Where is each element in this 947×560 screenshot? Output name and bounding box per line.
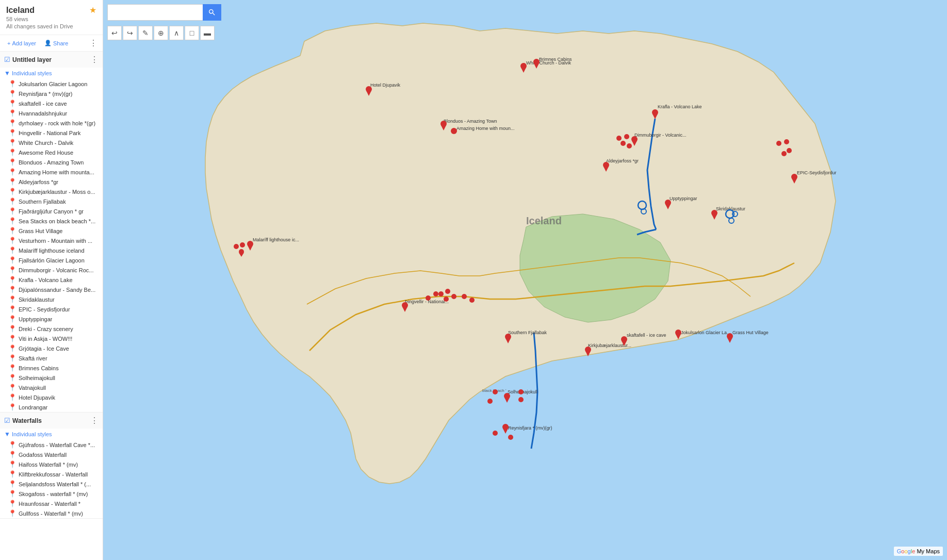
layer-untitled-header[interactable]: ☑ Untitled layer ⋮	[0, 52, 103, 68]
list-item[interactable]: 📍Seljalandsfoss Waterfall * (...	[0, 479, 103, 489]
pin-icon: 📍	[8, 119, 17, 127]
svg-point-88	[518, 389, 524, 394]
list-item[interactable]: 📍Blonduos - Amazing Town	[0, 157, 103, 167]
share-button[interactable]: 👤 Share	[42, 39, 70, 47]
list-item[interactable]: 📍Dreki - Crazy scenery	[0, 324, 103, 334]
pin-icon: 📍	[8, 470, 17, 478]
add-directions-button[interactable]: □	[185, 26, 199, 40]
more-options-icon[interactable]: ⋮	[89, 38, 97, 48]
svg-point-77	[426, 295, 431, 301]
list-item[interactable]: 📍Grass Hut Village	[0, 226, 103, 236]
layer-waterfalls-more-icon[interactable]: ⋮	[90, 416, 99, 425]
list-item[interactable]: 📍Djúpalónssandur - Sandy Be...	[0, 285, 103, 294]
list-item[interactable]: 📍Southern Fjallabak	[0, 196, 103, 206]
list-item[interactable]: 📍EPIC - Seydisfjordur	[0, 304, 103, 314]
pin-icon: 📍	[8, 256, 17, 264]
sidebar: Iceland ★ 58 views All changes saved in …	[0, 0, 103, 560]
filter-icon: ▼	[4, 70, 10, 77]
list-item[interactable]: 📍dyrholaey - rock with hole *(gr)	[0, 118, 103, 128]
list-item[interactable]: 📍Aldeyjarfoss *gr	[0, 177, 103, 187]
list-item[interactable]: 📍Kirkjubæjarklaustur - Moss o...	[0, 187, 103, 196]
add-layer-button[interactable]: + Add layer	[5, 39, 38, 47]
list-item[interactable]: 📍Fjallsárlón Glacier Lagoon	[0, 255, 103, 265]
svg-point-82	[493, 431, 498, 436]
list-item[interactable]: 📍Gullfoss - Waterfall * (mv)	[0, 508, 103, 518]
redo-button[interactable]: ↪	[123, 26, 137, 40]
list-item[interactable]: 📍Amazing Home with mounta...	[0, 167, 103, 177]
svg-point-70	[787, 148, 792, 153]
list-item[interactable]: 📍Skogafoss - waterfall * (mv)	[0, 489, 103, 499]
list-item[interactable]: 📍Vatnajokull	[0, 383, 103, 392]
list-item[interactable]: 📍Reynisfjara * (mv)(gr)	[0, 89, 103, 98]
svg-point-64	[627, 143, 632, 149]
select-tool-button[interactable]: ✎	[138, 26, 153, 40]
pin-icon: 📍	[8, 158, 17, 166]
list-item[interactable]: 📍Gjúfrafoss - Waterfall Cave *...	[0, 440, 103, 450]
pin-icon: 📍	[8, 100, 17, 107]
pin-icon: 📍	[8, 441, 17, 449]
undo-button[interactable]: ↩	[107, 26, 122, 40]
svg-point-90	[493, 389, 498, 394]
list-item[interactable]: 📍Viti in Askja - WOW!!!	[0, 334, 103, 343]
pin-icon: 📍	[8, 188, 17, 195]
pin-icon: 📍	[8, 344, 17, 352]
layer-waterfalls-header[interactable]: ☑ Waterfalls ⋮	[0, 413, 103, 429]
list-item[interactable]: 📍Grjótagia - Ice Cave	[0, 343, 103, 353]
svg-point-83	[508, 435, 513, 440]
list-item[interactable]: 📍Krafla - Volcano Lake	[0, 275, 103, 285]
list-item[interactable]: 📍Hvannadalshnjukur	[0, 108, 103, 118]
list-item[interactable]: 📍Kliftbrekkufossar - Waterfall	[0, 469, 103, 479]
list-item[interactable]: 📍Sea Stacks on black beach *...	[0, 216, 103, 226]
layer-checkbox-waterfalls[interactable]: ☑	[4, 417, 10, 424]
star-icon[interactable]: ★	[89, 5, 96, 15]
list-item[interactable]: 📍Þingvellir - National Park	[0, 128, 103, 138]
search-button[interactable]	[203, 4, 221, 21]
list-item[interactable]: 📍Hraunfossar - Waterfall *	[0, 499, 103, 508]
pin-icon: 📍	[8, 354, 17, 362]
svg-point-89	[518, 397, 524, 402]
google-maps-logo: Google My Maps	[894, 547, 943, 556]
svg-text:skaftafell - ice cave: skaftafell - ice cave	[627, 333, 666, 338]
layer-untitled-more-icon[interactable]: ⋮	[90, 55, 99, 64]
list-item[interactable]: 📍Jokulsarlon Glacier Lagoon	[0, 79, 103, 89]
pin-icon: 📍	[8, 374, 17, 382]
svg-point-87	[469, 298, 475, 303]
list-item[interactable]: 📍Dimmuborgir - Volcanic Roc...	[0, 265, 103, 275]
list-item[interactable]: 📍skaftafell - ice cave	[0, 98, 103, 108]
list-item[interactable]: 📍Hotel Djupavik	[0, 392, 103, 402]
pin-icon: 📍	[8, 315, 17, 323]
search-input[interactable]	[107, 4, 203, 21]
svg-point-69	[784, 139, 789, 144]
pin-icon: 📍	[8, 217, 17, 225]
svg-text:Malaríff lighthouse ic...: Malaríff lighthouse ic...	[253, 237, 299, 242]
pin-icon: 📍	[8, 80, 17, 88]
list-item[interactable]: 📍Brimnes Cabins	[0, 363, 103, 373]
svg-point-81	[451, 294, 456, 299]
list-item[interactable]: 📍Malaríff lighthouse iceland	[0, 245, 103, 255]
individual-styles-waterfalls[interactable]: ▼ Individual styles	[0, 429, 103, 440]
list-item[interactable]: 📍Londrangar	[0, 402, 103, 412]
list-item[interactable]: 📍Haifoss Waterfall * (mv)	[0, 459, 103, 469]
search-bar	[107, 4, 221, 21]
layer-checkbox-untitled[interactable]: ☑	[4, 56, 10, 63]
pin-icon: 📍	[8, 246, 17, 254]
list-item[interactable]: 📍Skaftá river	[0, 353, 103, 363]
individual-styles-untitled[interactable]: ▼ Individual styles	[0, 68, 103, 79]
svg-text:Grass Hut Village: Grass Hut Village	[732, 330, 769, 335]
list-item[interactable]: 📍Upptyppingar	[0, 314, 103, 324]
measure-button[interactable]: ▬	[200, 26, 215, 40]
list-item[interactable]: 📍White Church - Dalvik	[0, 138, 103, 147]
map-container[interactable]: ↩ ↪ ✎ ⊕ ∧ □ ▬ Iceland Jokulsarlon Glacie…	[103, 0, 947, 560]
list-item[interactable]: 📍Fjaðrárgljúfur Canyon * gr	[0, 206, 103, 216]
list-item[interactable]: 📍Skridaklaustur	[0, 294, 103, 304]
add-marker-button[interactable]: ⊕	[154, 26, 168, 40]
layer-waterfalls: ☑ Waterfalls ⋮ ▼ Individual styles 📍Gjúf…	[0, 413, 103, 519]
list-item[interactable]: 📍Solheimajokull	[0, 373, 103, 383]
draw-line-button[interactable]: ∧	[169, 26, 184, 40]
list-item[interactable]: 📍Awesome Red House	[0, 147, 103, 157]
sidebar-scroll: ☑ Untitled layer ⋮ ▼ Individual styles 📍…	[0, 52, 103, 560]
list-item[interactable]: 📍Godafoss Waterfall	[0, 450, 103, 459]
pin-icon: 📍	[8, 109, 17, 117]
list-item[interactable]: 📍Vesturhorn - Mountain with ...	[0, 236, 103, 245]
pin-icon: 📍	[8, 403, 17, 411]
